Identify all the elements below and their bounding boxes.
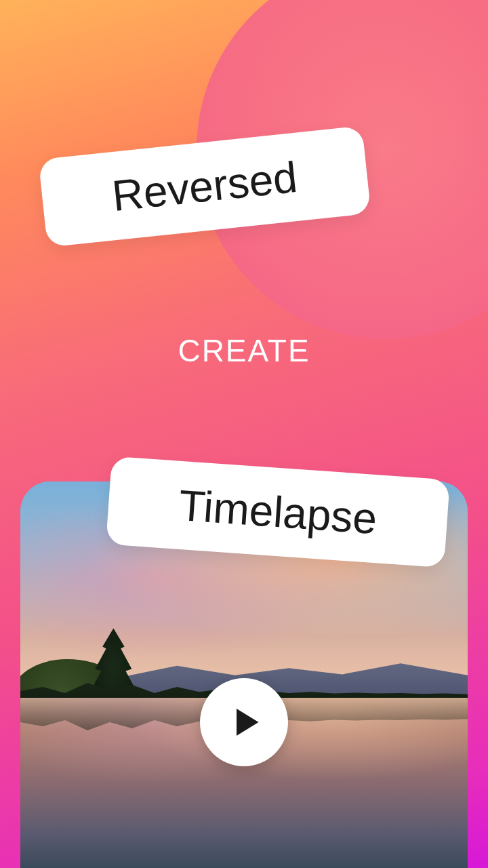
timelapse-label: Timelapse bbox=[177, 481, 378, 543]
svg-marker-0 bbox=[237, 709, 259, 736]
create-heading: CREATE bbox=[0, 332, 488, 369]
reversed-label: Reversed bbox=[110, 153, 300, 220]
play-icon bbox=[230, 705, 264, 739]
app-promo-screen: Reversed CREATE Timelapse bbox=[0, 0, 488, 868]
play-button[interactable] bbox=[200, 678, 288, 766]
